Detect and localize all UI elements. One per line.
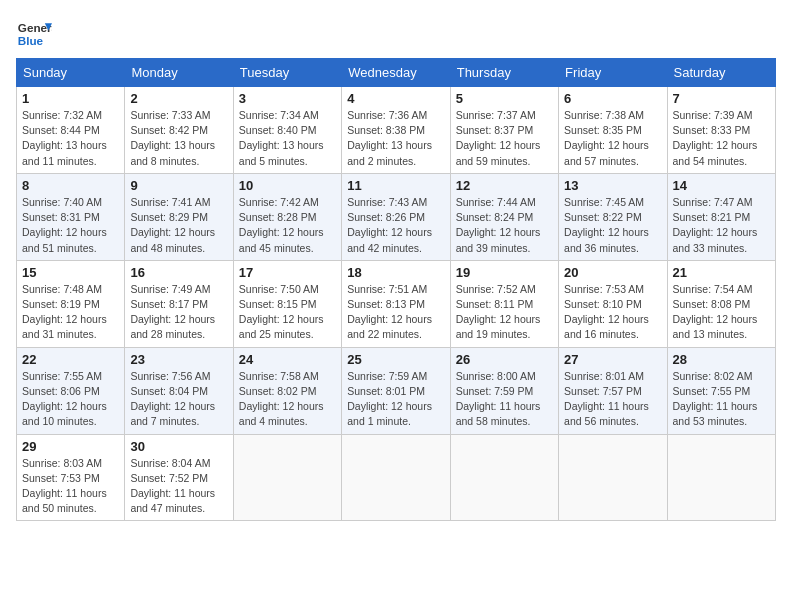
svg-text:Blue: Blue [18, 34, 44, 47]
day-number: 12 [456, 178, 553, 193]
day-number: 23 [130, 352, 227, 367]
day-number: 5 [456, 91, 553, 106]
calendar-day-cell: 20Sunrise: 7:53 AM Sunset: 8:10 PM Dayli… [559, 260, 667, 347]
day-info: Sunrise: 7:44 AM Sunset: 8:24 PM Dayligh… [456, 195, 553, 256]
calendar-day-cell: 26Sunrise: 8:00 AM Sunset: 7:59 PM Dayli… [450, 347, 558, 434]
day-number: 30 [130, 439, 227, 454]
calendar-day-cell: 17Sunrise: 7:50 AM Sunset: 8:15 PM Dayli… [233, 260, 341, 347]
day-number: 15 [22, 265, 119, 280]
calendar-day-cell: 24Sunrise: 7:58 AM Sunset: 8:02 PM Dayli… [233, 347, 341, 434]
calendar-day-cell: 2Sunrise: 7:33 AM Sunset: 8:42 PM Daylig… [125, 87, 233, 174]
calendar-day-cell: 10Sunrise: 7:42 AM Sunset: 8:28 PM Dayli… [233, 173, 341, 260]
calendar-day-cell: 27Sunrise: 8:01 AM Sunset: 7:57 PM Dayli… [559, 347, 667, 434]
day-info: Sunrise: 7:47 AM Sunset: 8:21 PM Dayligh… [673, 195, 770, 256]
day-info: Sunrise: 7:40 AM Sunset: 8:31 PM Dayligh… [22, 195, 119, 256]
day-info: Sunrise: 7:54 AM Sunset: 8:08 PM Dayligh… [673, 282, 770, 343]
calendar-day-cell [559, 434, 667, 521]
day-info: Sunrise: 7:34 AM Sunset: 8:40 PM Dayligh… [239, 108, 336, 169]
day-info: Sunrise: 7:59 AM Sunset: 8:01 PM Dayligh… [347, 369, 444, 430]
day-number: 9 [130, 178, 227, 193]
calendar-day-cell: 25Sunrise: 7:59 AM Sunset: 8:01 PM Dayli… [342, 347, 450, 434]
day-info: Sunrise: 7:37 AM Sunset: 8:37 PM Dayligh… [456, 108, 553, 169]
calendar-week-row: 22Sunrise: 7:55 AM Sunset: 8:06 PM Dayli… [17, 347, 776, 434]
day-info: Sunrise: 8:02 AM Sunset: 7:55 PM Dayligh… [673, 369, 770, 430]
calendar-header-cell: Sunday [17, 59, 125, 87]
day-info: Sunrise: 7:49 AM Sunset: 8:17 PM Dayligh… [130, 282, 227, 343]
day-info: Sunrise: 8:04 AM Sunset: 7:52 PM Dayligh… [130, 456, 227, 517]
day-number: 28 [673, 352, 770, 367]
day-info: Sunrise: 7:45 AM Sunset: 8:22 PM Dayligh… [564, 195, 661, 256]
day-number: 16 [130, 265, 227, 280]
day-number: 10 [239, 178, 336, 193]
calendar-day-cell: 29Sunrise: 8:03 AM Sunset: 7:53 PM Dayli… [17, 434, 125, 521]
calendar-day-cell: 16Sunrise: 7:49 AM Sunset: 8:17 PM Dayli… [125, 260, 233, 347]
day-number: 8 [22, 178, 119, 193]
day-number: 14 [673, 178, 770, 193]
day-info: Sunrise: 7:50 AM Sunset: 8:15 PM Dayligh… [239, 282, 336, 343]
calendar-day-cell: 7Sunrise: 7:39 AM Sunset: 8:33 PM Daylig… [667, 87, 775, 174]
day-info: Sunrise: 8:03 AM Sunset: 7:53 PM Dayligh… [22, 456, 119, 517]
day-number: 7 [673, 91, 770, 106]
day-info: Sunrise: 7:58 AM Sunset: 8:02 PM Dayligh… [239, 369, 336, 430]
calendar-day-cell: 18Sunrise: 7:51 AM Sunset: 8:13 PM Dayli… [342, 260, 450, 347]
day-number: 26 [456, 352, 553, 367]
day-info: Sunrise: 7:52 AM Sunset: 8:11 PM Dayligh… [456, 282, 553, 343]
day-number: 27 [564, 352, 661, 367]
day-number: 11 [347, 178, 444, 193]
calendar-week-row: 8Sunrise: 7:40 AM Sunset: 8:31 PM Daylig… [17, 173, 776, 260]
calendar-day-cell: 9Sunrise: 7:41 AM Sunset: 8:29 PM Daylig… [125, 173, 233, 260]
day-info: Sunrise: 7:53 AM Sunset: 8:10 PM Dayligh… [564, 282, 661, 343]
calendar-day-cell: 19Sunrise: 7:52 AM Sunset: 8:11 PM Dayli… [450, 260, 558, 347]
day-number: 21 [673, 265, 770, 280]
day-number: 2 [130, 91, 227, 106]
day-number: 18 [347, 265, 444, 280]
calendar-day-cell: 13Sunrise: 7:45 AM Sunset: 8:22 PM Dayli… [559, 173, 667, 260]
calendar-day-cell [667, 434, 775, 521]
calendar-header-row: SundayMondayTuesdayWednesdayThursdayFrid… [17, 59, 776, 87]
calendar-header-cell: Thursday [450, 59, 558, 87]
calendar-day-cell: 4Sunrise: 7:36 AM Sunset: 8:38 PM Daylig… [342, 87, 450, 174]
logo: General Blue [16, 16, 52, 52]
calendar-week-row: 29Sunrise: 8:03 AM Sunset: 7:53 PM Dayli… [17, 434, 776, 521]
day-info: Sunrise: 7:55 AM Sunset: 8:06 PM Dayligh… [22, 369, 119, 430]
svg-text:General: General [18, 21, 52, 34]
day-number: 17 [239, 265, 336, 280]
calendar-day-cell [342, 434, 450, 521]
day-info: Sunrise: 7:32 AM Sunset: 8:44 PM Dayligh… [22, 108, 119, 169]
calendar-day-cell: 15Sunrise: 7:48 AM Sunset: 8:19 PM Dayli… [17, 260, 125, 347]
day-info: Sunrise: 8:00 AM Sunset: 7:59 PM Dayligh… [456, 369, 553, 430]
calendar-week-row: 1Sunrise: 7:32 AM Sunset: 8:44 PM Daylig… [17, 87, 776, 174]
calendar-day-cell: 23Sunrise: 7:56 AM Sunset: 8:04 PM Dayli… [125, 347, 233, 434]
calendar-day-cell [450, 434, 558, 521]
calendar-day-cell [233, 434, 341, 521]
day-number: 3 [239, 91, 336, 106]
calendar-day-cell: 3Sunrise: 7:34 AM Sunset: 8:40 PM Daylig… [233, 87, 341, 174]
day-number: 22 [22, 352, 119, 367]
calendar-day-cell: 30Sunrise: 8:04 AM Sunset: 7:52 PM Dayli… [125, 434, 233, 521]
calendar-header-cell: Friday [559, 59, 667, 87]
day-info: Sunrise: 7:33 AM Sunset: 8:42 PM Dayligh… [130, 108, 227, 169]
calendar-day-cell: 14Sunrise: 7:47 AM Sunset: 8:21 PM Dayli… [667, 173, 775, 260]
day-info: Sunrise: 7:51 AM Sunset: 8:13 PM Dayligh… [347, 282, 444, 343]
page-header: General Blue [16, 16, 776, 52]
day-info: Sunrise: 7:36 AM Sunset: 8:38 PM Dayligh… [347, 108, 444, 169]
day-number: 19 [456, 265, 553, 280]
calendar-day-cell: 28Sunrise: 8:02 AM Sunset: 7:55 PM Dayli… [667, 347, 775, 434]
calendar-day-cell: 12Sunrise: 7:44 AM Sunset: 8:24 PM Dayli… [450, 173, 558, 260]
day-number: 6 [564, 91, 661, 106]
calendar-day-cell: 8Sunrise: 7:40 AM Sunset: 8:31 PM Daylig… [17, 173, 125, 260]
calendar-header-cell: Wednesday [342, 59, 450, 87]
day-info: Sunrise: 7:42 AM Sunset: 8:28 PM Dayligh… [239, 195, 336, 256]
calendar-day-cell: 11Sunrise: 7:43 AM Sunset: 8:26 PM Dayli… [342, 173, 450, 260]
calendar-table: SundayMondayTuesdayWednesdayThursdayFrid… [16, 58, 776, 521]
day-info: Sunrise: 7:39 AM Sunset: 8:33 PM Dayligh… [673, 108, 770, 169]
day-info: Sunrise: 7:43 AM Sunset: 8:26 PM Dayligh… [347, 195, 444, 256]
day-number: 29 [22, 439, 119, 454]
calendar-day-cell: 5Sunrise: 7:37 AM Sunset: 8:37 PM Daylig… [450, 87, 558, 174]
logo-icon: General Blue [16, 16, 52, 52]
calendar-header-cell: Saturday [667, 59, 775, 87]
day-info: Sunrise: 7:56 AM Sunset: 8:04 PM Dayligh… [130, 369, 227, 430]
day-number: 20 [564, 265, 661, 280]
day-number: 24 [239, 352, 336, 367]
day-number: 25 [347, 352, 444, 367]
